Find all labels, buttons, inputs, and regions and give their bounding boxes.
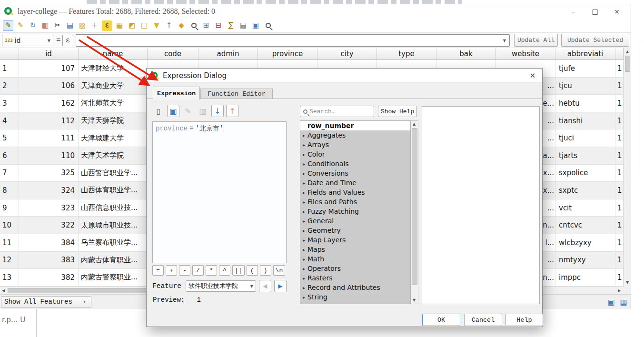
form-view-icon[interactable]: ▣ [606, 297, 616, 307]
operator-button[interactable]: * [206, 265, 217, 276]
function-group-record-and-attributes[interactable]: ▸Record and Attributes [300, 283, 410, 292]
ok-button[interactable]: OK [422, 314, 460, 326]
operator-button[interactable]: ^ [219, 265, 230, 276]
cell-abbreviati[interactable]: sxpolice [555, 165, 615, 182]
column-header-admin[interactable]: admin [198, 48, 258, 60]
pan-to-selection-icon[interactable]: ◆ [176, 20, 187, 31]
cell-name[interactable]: 山西体育职业学... [79, 182, 148, 199]
cell-name[interactable]: 内蒙古体育职业... [79, 252, 148, 269]
cell-name[interactable]: 内蒙古警察职业... [79, 269, 148, 287]
cell-name[interactable]: 山西警官职业学... [79, 165, 148, 182]
cell-id[interactable]: 325 [19, 165, 79, 182]
column-header-name[interactable]: name [79, 48, 148, 60]
cell-id[interactable]: 322 [19, 217, 79, 234]
cancel-button[interactable]: Cancel [464, 314, 502, 326]
function-group-date-and-time[interactable]: ▸Date and Time [300, 178, 410, 188]
function-list-scroll-thumb[interactable] [412, 128, 417, 285]
function-group-rasters[interactable]: ▸Rasters [300, 273, 410, 283]
operator-button[interactable]: / [192, 265, 204, 276]
cell-abbreviati[interactable]: tjuci [555, 129, 615, 147]
cell-extra[interactable]: 1 [615, 112, 624, 130]
operator-button[interactable]: ( [247, 265, 258, 276]
new-field-icon[interactable]: ⊞ [201, 20, 211, 31]
chevron-down-icon[interactable]: ▼ [503, 39, 506, 43]
cell-abbreviati[interactable]: cntcvc [555, 217, 615, 234]
cell-id[interactable]: 384 [19, 234, 79, 252]
multiedit-icon[interactable]: ✎ [15, 20, 26, 31]
function-group-aggregates[interactable]: ▸Aggregates [300, 130, 410, 140]
cell-extra[interactable]: 1 [615, 95, 624, 112]
delete-features-icon[interactable]: ▥ [40, 20, 50, 31]
cell-abbreviati[interactable]: tianshi [555, 112, 615, 130]
cell-name[interactable]: 天津财经大学 [79, 60, 148, 78]
table-view-icon[interactable]: ▦ [618, 297, 629, 307]
scroll-up-icon[interactable]: ▲ [626, 50, 629, 54]
cell-abbreviati[interactable]: wlcbzyxy [555, 234, 615, 252]
invert-selection-icon[interactable]: ◩ [127, 20, 137, 31]
function-group-color[interactable]: ▸Color [300, 149, 410, 159]
deselect-all-icon[interactable]: □ [139, 20, 149, 31]
vertical-scroll-thumb[interactable] [625, 56, 630, 72]
row-number[interactable]: 2 [0, 78, 19, 95]
column-header-type[interactable]: type [377, 48, 436, 60]
function-group-conditionals[interactable]: ▸Conditionals [300, 159, 410, 168]
cell-id[interactable]: 107 [19, 60, 79, 78]
cell-id[interactable]: 323 [19, 199, 79, 217]
function-group-geometry[interactable]: ▸Geometry [300, 226, 410, 235]
minimize-button[interactable]: – [562, 4, 584, 19]
cell-abbreviati[interactable]: vcit [555, 199, 615, 217]
column-header-code[interactable]: code [148, 48, 198, 60]
cell-name[interactable]: 河北师范大学 [79, 95, 148, 112]
function-search-input[interactable] [307, 108, 374, 115]
cut-features-icon[interactable]: ✂ [52, 20, 63, 31]
paste-features-icon[interactable]: ▨ [77, 20, 88, 31]
function-group-files-and-paths[interactable]: ▸Files and Paths [300, 197, 410, 207]
filter-expression-input[interactable] [76, 37, 503, 44]
cell-id[interactable]: 383 [19, 252, 79, 269]
function-group-map-layers[interactable]: ▸Map Layers [300, 235, 410, 245]
cell-extra[interactable]: 1 [615, 165, 624, 182]
cell-abbreviati[interactable]: tjufe [555, 60, 615, 78]
scroll-down-icon[interactable]: ▼ [626, 281, 629, 285]
cell-abbreviati[interactable]: imppc [555, 269, 615, 287]
expression-editor[interactable]: province='北京市' [152, 121, 287, 263]
dialog-close-icon[interactable]: ✕ [523, 69, 542, 83]
expression-builder-button[interactable]: ε [62, 35, 73, 46]
cell-name[interactable]: 天津城建大学 [79, 129, 148, 147]
cell-name[interactable]: 天津商业大学 [79, 78, 148, 95]
scroll-down-icon[interactable]: ▼ [413, 298, 416, 302]
field-selector[interactable]: 123 id ▼ [2, 35, 53, 46]
operator-button[interactable]: || [232, 265, 245, 276]
row-number[interactable]: 4 [0, 112, 19, 130]
reload-table-icon[interactable]: ↻ [28, 20, 38, 31]
cell-abbreviati[interactable]: sxptc [555, 182, 615, 199]
scroll-left-icon[interactable]: ◀ [2, 289, 5, 293]
cell-id[interactable]: 110 [19, 147, 79, 165]
update-selected-button[interactable]: Update Selected [561, 34, 629, 47]
cell-id[interactable]: 324 [19, 182, 79, 199]
row-number[interactable]: 8 [0, 182, 19, 199]
cell-abbreviati[interactable]: tjcu [555, 78, 615, 95]
cell-id[interactable]: 162 [19, 95, 79, 112]
cell-extra[interactable]: 1 [615, 217, 624, 234]
function-group-conversions[interactable]: ▸Conversions [300, 168, 410, 178]
function-group-general[interactable]: ▸General [300, 216, 410, 226]
operator-button[interactable]: - [179, 265, 190, 276]
vertical-scrollbar[interactable]: ▲ ▼ [624, 48, 631, 287]
row-number[interactable]: 5 [0, 129, 19, 147]
tab-expression[interactable]: Expression [153, 87, 200, 99]
cell-extra[interactable]: 1 [615, 78, 624, 95]
next-feature-button[interactable]: ▶ [274, 280, 287, 292]
maximize-button[interactable]: □ [584, 4, 606, 19]
row-number[interactable]: 3 [0, 95, 19, 112]
function-group-operators[interactable]: ▸Operators [300, 264, 410, 273]
close-button[interactable]: × [606, 4, 628, 19]
field-calculator-icon[interactable]: ∑ [226, 20, 236, 31]
column-header-city[interactable]: city [317, 48, 377, 60]
row-number[interactable]: 7 [0, 165, 19, 182]
cell-abbreviati[interactable]: hebtu [555, 95, 615, 112]
row-number[interactable]: 11 [0, 234, 19, 252]
delete-field-icon[interactable]: ⊟ [213, 20, 224, 31]
operator-button[interactable]: = [152, 265, 164, 276]
add-feature-icon[interactable]: + [89, 20, 100, 31]
